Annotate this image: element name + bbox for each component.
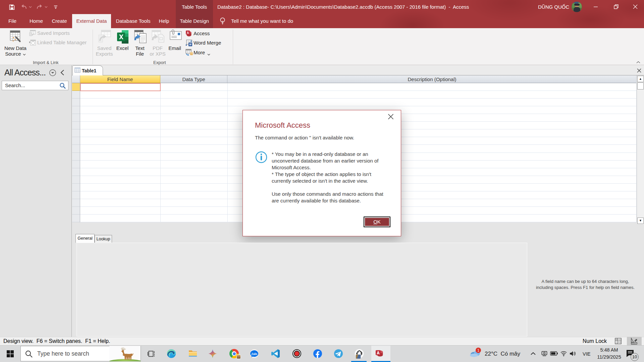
svg-text:Zalo: Zalo: [251, 352, 257, 356]
